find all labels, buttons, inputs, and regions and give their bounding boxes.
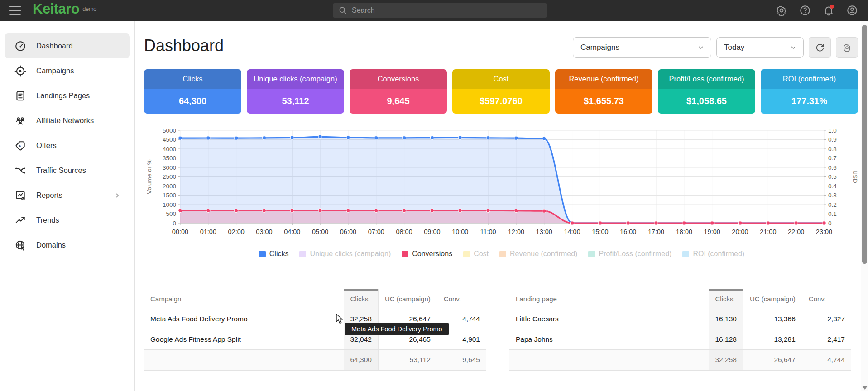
brand-logo[interactable]: Keitarodemo bbox=[33, 0, 96, 22]
sidebar-item-label: Offers bbox=[36, 141, 57, 150]
svg-text:13:00: 13:00 bbox=[536, 228, 552, 235]
svg-text:02:00: 02:00 bbox=[228, 228, 245, 235]
sidebar-item-campaigns[interactable]: Campaigns bbox=[5, 58, 130, 83]
col-campaign[interactable]: Campaign bbox=[144, 289, 344, 309]
sidebar-item-reports[interactable]: Reports bbox=[5, 183, 130, 208]
scrollbar-thumb[interactable] bbox=[862, 25, 867, 264]
people-icon bbox=[14, 115, 26, 127]
svg-text:18:00: 18:00 bbox=[676, 228, 692, 235]
refresh-button[interactable] bbox=[809, 37, 831, 58]
legend-item-roi-confirmed-[interactable]: ROI (confirmed) bbox=[682, 250, 744, 258]
legend-swatch bbox=[682, 251, 689, 257]
sidebar-item-label: Affiliate Networks bbox=[36, 116, 94, 125]
tag-icon: s bbox=[14, 140, 26, 152]
card-value: $1,655.73 bbox=[555, 89, 652, 114]
svg-text:2500: 2500 bbox=[163, 173, 176, 180]
legend-item-profit-loss-confirmed-[interactable]: Profit/Loss (confirmed) bbox=[588, 250, 671, 258]
legend-item-clicks[interactable]: Clicks bbox=[259, 250, 289, 258]
dashboard-settings-button[interactable] bbox=[836, 37, 858, 58]
sidebar-item-domains[interactable]: Domains bbox=[5, 233, 130, 257]
col-uc[interactable]: UC (campaign) bbox=[743, 289, 802, 309]
legend-swatch bbox=[499, 251, 506, 257]
col-landing-page[interactable]: Landing page bbox=[509, 289, 709, 309]
col-clicks[interactable]: Clicks bbox=[709, 289, 743, 309]
svg-text:3000: 3000 bbox=[163, 164, 176, 171]
top-bar: Keitarodemo bbox=[0, 0, 868, 21]
legend-item-revenue-confirmed-[interactable]: Revenue (confirmed) bbox=[499, 250, 577, 258]
total-uc: 53,112 bbox=[378, 349, 437, 370]
legend-item-cost[interactable]: Cost bbox=[463, 250, 489, 258]
svg-text:0.8: 0.8 bbox=[828, 146, 837, 153]
sidebar-item-label: Dashboard bbox=[36, 42, 73, 50]
target-icon bbox=[14, 65, 26, 77]
page-title: Dashboard bbox=[144, 36, 224, 55]
svg-text:5000: 5000 bbox=[163, 127, 176, 134]
svg-text:20:00: 20:00 bbox=[732, 228, 748, 235]
cell-clicks: 16,130 bbox=[709, 309, 743, 329]
svg-text:15:00: 15:00 bbox=[592, 228, 608, 235]
search-box[interactable] bbox=[333, 3, 547, 18]
group-by-select[interactable]: Campaigns bbox=[573, 37, 711, 58]
svg-text:2000: 2000 bbox=[163, 183, 176, 190]
card-cost[interactable]: Cost$597.0760 bbox=[452, 69, 550, 114]
card-profit-loss[interactable]: Profit/Loss (confirmed)$1,058.65 bbox=[658, 69, 755, 114]
card-unique-clicks[interactable]: Unique clicks (campaign)53,112 bbox=[247, 69, 344, 114]
legend-item-unique-clicks-campaign-[interactable]: Unique clicks (campaign) bbox=[299, 250, 391, 258]
report-icon bbox=[14, 190, 26, 201]
sidebar-item-label: Landings Pages bbox=[36, 91, 90, 100]
cell-conv: 2,417 bbox=[802, 329, 851, 349]
col-uc[interactable]: UC (campaign) bbox=[378, 289, 437, 309]
landing-name: Little Caesars bbox=[509, 309, 709, 329]
svg-text:0.9: 0.9 bbox=[828, 136, 837, 143]
sidebar-item-affiliate-networks[interactable]: Affiliate Networks bbox=[5, 108, 130, 133]
table-header-row: Landing page Clicks UC (campaign) Conv. bbox=[509, 289, 851, 309]
svg-text:05:00: 05:00 bbox=[312, 228, 328, 235]
sidebar-item-offers[interactable]: sOffers bbox=[5, 133, 130, 158]
svg-text:500: 500 bbox=[166, 210, 176, 217]
card-conversions[interactable]: Conversions9,645 bbox=[350, 69, 447, 114]
brand-text: Keitaro bbox=[33, 1, 79, 17]
card-revenue[interactable]: Revenue (confirmed)$1,655.73 bbox=[555, 69, 652, 114]
svg-text:4000: 4000 bbox=[163, 146, 176, 153]
col-clicks[interactable]: Clicks bbox=[344, 289, 378, 309]
topbar-icon-group bbox=[776, 0, 858, 21]
card-label: Revenue (confirmed) bbox=[555, 69, 652, 89]
col-conv[interactable]: Conv. bbox=[437, 289, 486, 309]
sort-indicator bbox=[709, 289, 743, 291]
chart-legend: ClicksUnique clicks (campaign)Conversion… bbox=[144, 250, 859, 258]
campaign-name: Google Ads Fitness App Split bbox=[144, 329, 344, 349]
sidebar-item-traffic-sources[interactable]: Traffic Sources bbox=[5, 158, 130, 183]
settings-gear-icon[interactable] bbox=[776, 5, 787, 16]
sidebar-item-trends[interactable]: Trends bbox=[5, 208, 130, 233]
svg-text:08:00: 08:00 bbox=[396, 228, 412, 235]
svg-text:01:00: 01:00 bbox=[200, 228, 216, 235]
user-avatar-icon[interactable] bbox=[846, 5, 858, 16]
sidebar-item-dashboard[interactable]: Dashboard bbox=[5, 33, 130, 58]
date-range-select[interactable]: Today bbox=[716, 37, 804, 58]
page-scrollbar[interactable] bbox=[861, 21, 868, 391]
split-icon bbox=[14, 165, 26, 176]
card-label: Conversions bbox=[350, 69, 447, 89]
table-row[interactable]: Papa Johns 16,128 13,281 2,417 bbox=[509, 329, 851, 349]
hamburger-menu-icon[interactable] bbox=[9, 6, 21, 15]
help-icon[interactable] bbox=[799, 5, 811, 16]
legend-item-conversions[interactable]: Conversions bbox=[402, 250, 452, 258]
legend-swatch bbox=[402, 251, 408, 257]
legend-label: Clicks bbox=[269, 250, 289, 258]
svg-text:07:00: 07:00 bbox=[368, 228, 384, 235]
sidebar-item-landings-pages[interactable]: Landings Pages bbox=[5, 83, 130, 108]
totals-spacer bbox=[509, 349, 709, 370]
notifications-bell-icon[interactable] bbox=[823, 5, 834, 16]
table-header-row: Campaign Clicks UC (campaign) Conv. bbox=[144, 289, 486, 309]
col-conv[interactable]: Conv. bbox=[802, 289, 851, 309]
document-icon bbox=[14, 90, 26, 102]
scrollbar-down-arrow-icon[interactable] bbox=[862, 386, 868, 390]
card-roi[interactable]: ROI (confirmed)177.31% bbox=[761, 69, 858, 114]
search-input[interactable] bbox=[352, 6, 533, 14]
total-clicks: 64,300 bbox=[344, 349, 378, 370]
table-row[interactable]: Little Caesars 16,130 13,366 2,327 bbox=[509, 309, 851, 329]
sort-indicator bbox=[344, 289, 378, 291]
chevron-right-icon bbox=[114, 192, 121, 199]
card-value: $597.0760 bbox=[452, 89, 550, 114]
card-clicks[interactable]: Clicks64,300 bbox=[144, 69, 241, 114]
